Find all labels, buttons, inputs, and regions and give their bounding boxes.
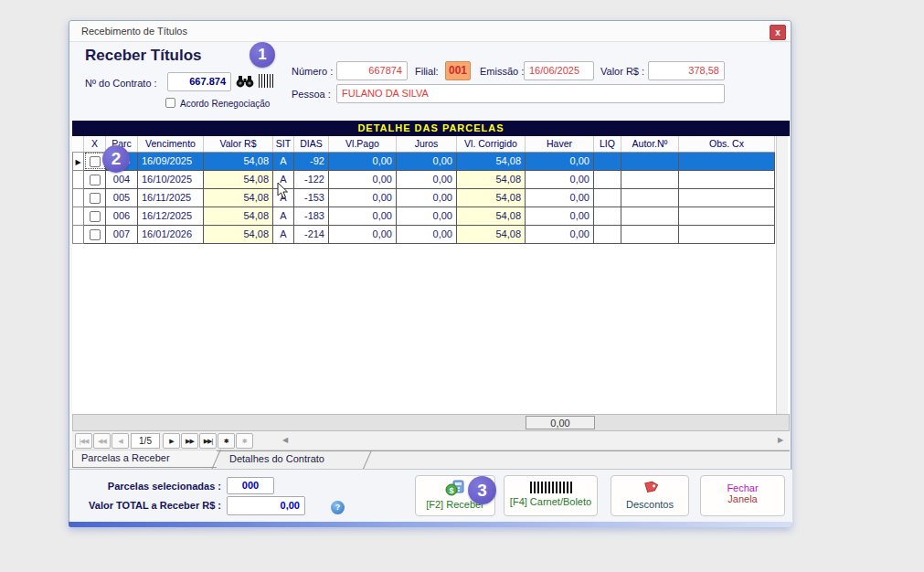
cell-obs[interactable] — [679, 207, 775, 225]
cell-autor[interactable] — [621, 170, 679, 188]
col-header-x[interactable]: X — [84, 136, 106, 152]
cell-juros[interactable]: 0,00 — [397, 207, 457, 225]
binoculars-search-icon[interactable] — [236, 74, 254, 89]
cell-parc[interactable]: 007 — [106, 225, 138, 243]
row-checkbox[interactable] — [90, 175, 101, 185]
cell-dias[interactable]: -153 — [294, 188, 329, 207]
valor-input[interactable]: 378,58 — [648, 61, 725, 80]
cell-parc[interactable]: 004 — [106, 170, 138, 188]
col-header-vlcorrigido[interactable]: Vl. Corrigido — [457, 136, 526, 152]
table-row[interactable]: 00516/11/202554,08A-1530,000,0054,080,00 — [73, 188, 775, 207]
nav-prior-page-button[interactable]: ◀◀ — [93, 433, 111, 449]
nav-next-button[interactable]: ▶ — [163, 433, 180, 449]
nav-last-button[interactable]: ▶▶| — [199, 433, 217, 449]
table-row[interactable]: 00416/10/202554,08A-1220,000,0054,080,00 — [73, 170, 775, 188]
cell-venc[interactable]: 16/10/2025 — [138, 170, 204, 188]
cell-obs[interactable] — [679, 152, 775, 170]
cell-venc[interactable]: 16/11/2025 — [138, 188, 204, 207]
cell-venc[interactable]: 16/09/2025 — [138, 152, 204, 170]
nav-prior-button[interactable]: ◀ — [112, 433, 129, 449]
selected-parcels-input[interactable]: 000 — [227, 477, 274, 494]
hscroll-left-icon[interactable]: ◀ — [282, 436, 288, 444]
cell-pago[interactable]: 0,00 — [329, 170, 397, 188]
table-row[interactable]: 00716/01/202654,08A-2140,000,0054,080,00 — [73, 225, 775, 243]
cell-autor[interactable] — [621, 207, 679, 225]
cell-sit[interactable]: A — [273, 225, 294, 243]
cell-sit[interactable]: A — [273, 207, 294, 225]
barcode-icon[interactable] — [259, 74, 275, 88]
descontos-button[interactable]: Descontos — [611, 475, 689, 516]
tab-parcelas-a-receber[interactable]: Parcelas a Receber — [72, 450, 217, 468]
cell-pago[interactable]: 0,00 — [329, 207, 397, 225]
agreement-checkbox[interactable] — [165, 98, 175, 108]
filial-input[interactable]: 001 — [445, 61, 471, 80]
cell-juros[interactable]: 0,00 — [397, 225, 457, 243]
cell-valor[interactable]: 54,08 — [204, 170, 273, 188]
col-header-sit[interactable]: SIT — [273, 136, 294, 152]
nav-first-button[interactable]: |◀◀ — [75, 433, 92, 449]
col-header-haver[interactable]: Haver — [526, 136, 594, 152]
cell-corrigido[interactable]: 54,08 — [457, 152, 526, 170]
cell-autor[interactable] — [621, 225, 679, 243]
cell-parc[interactable]: 006 — [106, 207, 138, 225]
col-header-vencimento[interactable]: Vencimento — [138, 136, 204, 152]
cell-dias[interactable]: -214 — [294, 225, 329, 243]
col-header-vlpago[interactable]: Vl.Pago — [329, 136, 397, 152]
numero-input[interactable]: 667874 — [336, 61, 408, 80]
col-header-juros[interactable]: Juros — [397, 136, 457, 152]
cell-liq[interactable] — [594, 170, 621, 188]
carnet-boleto-button[interactable]: [F4] Carnet/Boleto — [504, 475, 598, 516]
cell-juros[interactable]: 0,00 — [397, 152, 457, 170]
cell-liq[interactable] — [594, 225, 621, 243]
row-checkbox[interactable] — [90, 193, 101, 204]
tab-detalhes-do-contrato[interactable]: Detalhes do Contrato — [221, 451, 367, 469]
cell-dias[interactable]: -183 — [294, 207, 329, 225]
cell-autor[interactable] — [621, 188, 679, 207]
cell-pago[interactable]: 0,00 — [329, 152, 397, 170]
table-row[interactable]: 00616/12/202554,08A-1830,000,0054,080,00 — [73, 207, 775, 225]
col-header-dias[interactable]: DIAS — [294, 136, 329, 152]
cell-autor[interactable] — [621, 152, 679, 170]
total-receber-input[interactable]: 0,00 — [227, 496, 305, 515]
col-header-valor[interactable]: Valor R$ — [204, 136, 273, 152]
cell-venc[interactable]: 16/12/2025 — [138, 207, 204, 225]
cell-parc[interactable]: 005 — [106, 188, 138, 207]
cell-juros[interactable]: 0,00 — [397, 170, 457, 188]
cell-pago[interactable]: 0,00 — [329, 225, 397, 243]
cell-haver[interactable]: 0,00 — [526, 207, 594, 225]
col-header-liq[interactable]: LIQ — [594, 136, 621, 152]
nav-special-button[interactable]: ✱ — [236, 433, 253, 449]
pessoa-input[interactable]: FULANO DA SILVA — [336, 84, 725, 103]
cell-venc[interactable]: 16/01/2026 — [138, 225, 204, 243]
cell-obs[interactable] — [679, 225, 775, 243]
cell-valor[interactable]: 54,08 — [204, 207, 273, 225]
cell-dias[interactable]: -92 — [294, 152, 329, 170]
fechar-janela-button[interactable]: Fechar Janela — [700, 475, 785, 516]
cell-corrigido[interactable]: 54,08 — [457, 170, 526, 188]
col-header-autor[interactable]: Autor.Nº — [621, 136, 679, 152]
cell-haver[interactable]: 0,00 — [526, 152, 594, 170]
cell-liq[interactable] — [594, 152, 621, 170]
cell-corrigido[interactable]: 54,08 — [457, 207, 526, 225]
cell-corrigido[interactable]: 54,08 — [457, 225, 526, 243]
cell-valor[interactable]: 54,08 — [204, 152, 273, 170]
cell-pago[interactable]: 0,00 — [329, 188, 397, 207]
cell-corrigido[interactable]: 54,08 — [457, 188, 526, 207]
cell-juros[interactable]: 0,00 — [397, 188, 457, 207]
nav-next-page-button[interactable]: ▶▶ — [181, 433, 198, 449]
close-icon[interactable]: x — [770, 25, 786, 40]
table-row[interactable]: ▶00316/09/202554,08A-920,000,0054,080,00 — [73, 152, 775, 170]
col-header-obs[interactable]: Obs. Cx — [679, 136, 775, 152]
help-icon[interactable]: ? — [331, 501, 345, 514]
cell-liq[interactable] — [594, 188, 621, 207]
row-checkbox[interactable] — [90, 229, 101, 240]
grid-vertical-scrollbar[interactable] — [776, 136, 788, 414]
cell-valor[interactable]: 54,08 — [204, 225, 273, 243]
cell-sit[interactable]: A — [273, 152, 294, 170]
cell-valor[interactable]: 54,08 — [204, 188, 273, 207]
cell-dias[interactable]: -122 — [294, 170, 329, 188]
cell-obs[interactable] — [679, 170, 775, 188]
nav-insert-button[interactable]: ✱ — [218, 433, 235, 449]
emissao-input[interactable]: 16/06/2025 — [524, 61, 594, 80]
cell-obs[interactable] — [679, 188, 775, 207]
